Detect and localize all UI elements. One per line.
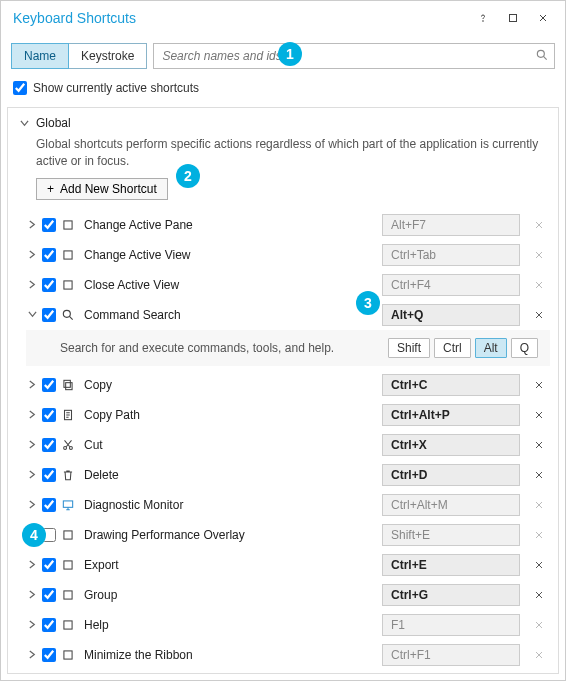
hotkey-field[interactable]: Ctrl+Alt+M [382, 494, 520, 516]
hotkey-field[interactable]: F1 [382, 614, 520, 636]
show-active-row: Show currently active shortcuts [1, 77, 565, 103]
hotkey-field[interactable]: Ctrl+X [382, 434, 520, 456]
expander-icon[interactable] [26, 280, 38, 289]
svg-rect-3 [64, 221, 72, 229]
expander-icon[interactable] [26, 310, 38, 319]
hotkey-field[interactable]: Alt+Q [382, 304, 520, 326]
row-label: Change Active Pane [80, 218, 378, 232]
hotkey-field[interactable]: Ctrl+F4 [382, 274, 520, 296]
expander-icon[interactable] [26, 220, 38, 229]
expander-icon[interactable] [26, 380, 38, 389]
clear-hotkey-button[interactable] [528, 559, 550, 571]
clear-hotkey-button[interactable] [528, 249, 550, 261]
modifier-q-button[interactable]: Q [511, 338, 538, 358]
row-checkbox[interactable] [42, 218, 56, 232]
hotkey-field[interactable]: Ctrl+D [382, 464, 520, 486]
hotkey-field[interactable]: Ctrl+C [382, 374, 520, 396]
search-icon [60, 306, 76, 323]
search-input[interactable] [153, 43, 555, 69]
row-checkbox[interactable] [42, 468, 56, 482]
plus-icon: + [47, 182, 54, 196]
add-shortcut-button[interactable]: + Add New Shortcut [36, 178, 168, 200]
row-checkbox[interactable] [42, 498, 56, 512]
row-label: Copy Path [80, 408, 378, 422]
row-checkbox[interactable] [42, 408, 56, 422]
row-checkbox[interactable] [42, 278, 56, 292]
row-checkbox[interactable] [42, 588, 56, 602]
svg-point-2 [537, 50, 544, 57]
search-icon[interactable] [535, 48, 549, 65]
row-label: Drawing Performance Overlay [80, 528, 378, 542]
window-title: Keyboard Shortcuts [13, 10, 136, 26]
row-checkbox[interactable] [42, 308, 56, 322]
expander-icon[interactable] [26, 410, 38, 419]
expander-icon[interactable] [26, 560, 38, 569]
hotkey-field[interactable]: Alt+F7 [382, 214, 520, 236]
titlebar: Keyboard Shortcuts [1, 1, 565, 35]
content-panel: Global Global shortcuts perform specific… [7, 107, 559, 674]
expander-icon[interactable] [26, 620, 38, 629]
shortcut-row: HelpF1 [12, 610, 554, 640]
row-label: Minimize the Ribbon [80, 648, 378, 662]
row-checkbox[interactable] [42, 438, 56, 452]
expander-icon[interactable] [26, 590, 38, 599]
expander-icon[interactable] [26, 650, 38, 659]
expander-icon[interactable] [26, 250, 38, 259]
svg-point-11 [69, 446, 72, 449]
modifier-ctrl-button[interactable]: Ctrl [434, 338, 471, 358]
expander-icon[interactable] [26, 500, 38, 509]
hotkey-field[interactable]: Ctrl+G [382, 584, 520, 606]
clear-hotkey-button[interactable] [528, 589, 550, 601]
hotkey-field[interactable]: Shift+E [382, 524, 520, 546]
svg-point-0 [483, 21, 484, 22]
window: Keyboard Shortcuts Name Keystroke Show c… [0, 0, 566, 681]
shortcut-row: Copy PathCtrl+Alt+P [12, 400, 554, 430]
modifier-alt-button[interactable]: Alt [475, 338, 507, 358]
tab-keystroke[interactable]: Keystroke [69, 43, 147, 69]
row-checkbox[interactable] [42, 558, 56, 572]
clear-hotkey-button[interactable] [528, 309, 550, 321]
monitor-icon [60, 496, 76, 513]
detail-text: Search for and execute commands, tools, … [60, 341, 378, 355]
clear-hotkey-button[interactable] [528, 439, 550, 451]
expander-icon[interactable] [26, 440, 38, 449]
shortcut-row: Close Active ViewCtrl+F4 [12, 270, 554, 300]
svg-point-6 [63, 310, 70, 317]
show-active-checkbox[interactable] [13, 81, 27, 95]
tab-name[interactable]: Name [11, 43, 69, 69]
svg-point-10 [64, 446, 67, 449]
row-checkbox[interactable] [42, 618, 56, 632]
row-checkbox[interactable] [42, 248, 56, 262]
hotkey-field[interactable]: Ctrl+F1 [382, 644, 520, 666]
clear-hotkey-button[interactable] [528, 219, 550, 231]
expander-icon[interactable] [26, 470, 38, 479]
clear-hotkey-button[interactable] [528, 279, 550, 291]
clear-hotkey-button[interactable] [528, 649, 550, 661]
clear-hotkey-button[interactable] [528, 529, 550, 541]
search-wrap [153, 43, 555, 69]
hotkey-field[interactable]: Ctrl+Tab [382, 244, 520, 266]
modifier-shift-button[interactable]: Shift [388, 338, 430, 358]
maximize-button[interactable] [499, 7, 527, 29]
svg-rect-5 [64, 281, 72, 289]
box-icon [60, 556, 76, 573]
clear-hotkey-button[interactable] [528, 499, 550, 511]
shortcut-row: Drawing Performance OverlayShift+E [12, 520, 554, 550]
clear-hotkey-button[interactable] [528, 469, 550, 481]
svg-rect-1 [510, 15, 517, 22]
row-checkbox[interactable] [42, 378, 56, 392]
callout-3: 3 [356, 291, 380, 315]
hotkey-field[interactable]: Ctrl+Alt+P [382, 404, 520, 426]
clear-hotkey-button[interactable] [528, 619, 550, 631]
clear-hotkey-button[interactable] [528, 379, 550, 391]
row-checkbox[interactable] [42, 648, 56, 662]
clear-hotkey-button[interactable] [528, 409, 550, 421]
section-header[interactable]: Global [12, 112, 554, 134]
row-label: Close Active View [80, 278, 378, 292]
close-button[interactable] [529, 7, 557, 29]
row-label: Cut [80, 438, 378, 452]
chevron-down-icon[interactable] [18, 119, 30, 128]
hotkey-field[interactable]: Ctrl+E [382, 554, 520, 576]
help-button[interactable] [469, 7, 497, 29]
row-label: Delete [80, 468, 378, 482]
